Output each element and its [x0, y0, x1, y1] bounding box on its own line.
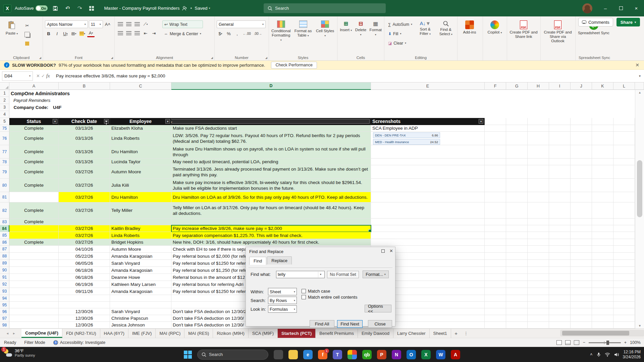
dialog-maximize-icon[interactable]: [381, 249, 385, 253]
check-date-cell[interactable]: 06/18/26: [59, 267, 110, 274]
find-what-input[interactable]: telly▾: [276, 271, 325, 278]
column-header-k[interactable]: K: [592, 82, 613, 90]
notes-cell[interactable]: Make sure FSA deductions start: [171, 125, 371, 132]
align-middle-icon[interactable]: [125, 20, 132, 28]
check-date-cell[interactable]: [59, 219, 110, 225]
status-cell[interactable]: [9, 274, 59, 281]
row-header[interactable]: 92: [0, 281, 9, 288]
row-header[interactable]: 4: [0, 111, 9, 118]
employee-cell[interactable]: Kathleen Mary Larsen: [110, 281, 171, 288]
scroll-down-icon[interactable]: ▼: [635, 324, 644, 327]
status-cell[interactable]: [9, 281, 59, 288]
copilot-button[interactable]: Copilot ▾: [485, 18, 504, 54]
tab-replace[interactable]: Replace: [267, 256, 292, 264]
tab-scroll-right-icon[interactable]: ▸: [13, 331, 15, 336]
employee-cell[interactable]: Bridget Hopkins: [110, 239, 171, 246]
font-color-icon[interactable]: A▾: [87, 30, 95, 37]
format-painter-icon[interactable]: [23, 40, 31, 47]
name-box[interactable]: D84▾: [2, 71, 33, 81]
taskbar-app-icon[interactable]: W: [436, 350, 445, 359]
status-cell[interactable]: [9, 232, 59, 239]
row-header[interactable]: 85: [0, 232, 9, 239]
taskbar-app-icon[interactable]: O: [407, 350, 416, 359]
close-button[interactable]: ×: [629, 0, 644, 16]
normal-view-icon[interactable]: [556, 340, 562, 345]
excel-app-icon[interactable]: X: [3, 4, 11, 12]
align-bottom-icon[interactable]: [133, 20, 141, 28]
employee-cell[interactable]: Linda Roberts: [110, 232, 171, 239]
status-cell[interactable]: [9, 322, 59, 328]
employee-filter-dropdown-icon[interactable]: ▾: [165, 119, 170, 124]
find-all-button[interactable]: Find All: [310, 320, 334, 328]
insert-cells-button[interactable]: ⊞ Insert ▾: [339, 18, 352, 54]
notes-cell[interactable]: Make sure pay increase is effective 3/8/…: [171, 179, 371, 192]
employee-cell[interactable]: [110, 295, 171, 302]
check-date-cell[interactable]: 06/18/26: [59, 274, 110, 281]
column-header-f[interactable]: F: [485, 82, 506, 90]
fill-button[interactable]: ⬇Fill▾: [386, 30, 414, 38]
match-entire-checkbox[interactable]: [302, 295, 306, 299]
sheet-tab[interactable]: Larry Chessler: [393, 329, 430, 338]
employee-cell[interactable]: Kaitlin Bradley: [110, 225, 171, 232]
zoom-out-icon[interactable]: −: [583, 340, 585, 345]
find-next-button[interactable]: Find Next: [337, 320, 363, 328]
delete-cells-button[interactable]: ⊟ Delete ▾: [354, 18, 367, 54]
status-cell[interactable]: Complete: [9, 132, 59, 145]
employee-cell[interactable]: Linda Roberts: [110, 132, 171, 145]
taskbar-app-icon[interactable]: [347, 350, 357, 359]
borders-icon[interactable]: ⊞▾: [70, 30, 77, 37]
check-date-cell[interactable]: 03/27/26: [59, 239, 110, 246]
check-date-cell[interactable]: 12/30/26: [59, 315, 110, 322]
check-date-cell[interactable]: 06/05/26: [59, 260, 110, 267]
dismiss-warning-icon[interactable]: ✕: [635, 62, 639, 68]
header-comments-notes[interactable]: Comments/ Notes ▾: [171, 118, 371, 125]
screenshot-thumbnail[interactable]: DEN - DEN PRE-TAX 6.86: [373, 132, 440, 138]
status-cell[interactable]: [9, 315, 59, 322]
sheet-tab[interactable]: Emily Dawood: [358, 329, 393, 338]
row-header[interactable]: 83: [0, 219, 9, 225]
row-header[interactable]: 77: [0, 145, 9, 159]
sheet-tab[interactable]: MAI (RPC): [156, 329, 184, 338]
row-header[interactable]: 98: [0, 322, 9, 328]
comments-filter-dropdown-icon[interactable]: ▾: [171, 119, 370, 124]
taskbar-app-icon[interactable]: X: [421, 350, 431, 359]
status-cell[interactable]: [9, 260, 59, 267]
autosave-toggle[interactable]: AutoSave On: [15, 5, 48, 11]
alignment-dialog-launcher[interactable]: ◢: [211, 56, 213, 59]
within-select[interactable]: Sheet▾: [268, 288, 297, 295]
clock[interactable]: 12:16 PM 3/24/2026: [623, 350, 641, 360]
status-cell[interactable]: [9, 225, 59, 232]
notes-cell[interactable]: Make sure Dru Hamilton shows up on payro…: [171, 145, 371, 159]
align-right-icon[interactable]: [133, 29, 141, 37]
undo-button[interactable]: ↶▾: [63, 4, 72, 13]
decrease-indent-icon[interactable]: ⇤: [142, 29, 149, 37]
employee-cell[interactable]: Sarah Vinyard: [110, 308, 171, 315]
check-date-cell[interactable]: 04/10/26: [59, 246, 110, 253]
screenshots-cell[interactable]: [371, 192, 485, 202]
check-date-cell[interactable]: 03/27/26: [59, 202, 110, 219]
company-code-value-cell[interactable]: U4F: [50, 104, 635, 111]
check-date-cell[interactable]: 03/27/26: [59, 165, 110, 179]
employee-cell[interactable]: Dru Hamilton: [110, 145, 171, 159]
bold-button[interactable]: B: [45, 30, 52, 37]
autosave-switch[interactable]: On: [36, 5, 48, 11]
column-header-d[interactable]: D: [171, 82, 371, 90]
taskbar-app-icon[interactable]: e: [303, 350, 313, 359]
status-cell[interactable]: Complete: [9, 159, 59, 165]
percent-style-icon[interactable]: %: [225, 30, 232, 37]
row-header[interactable]: 76: [0, 132, 9, 145]
status-cell[interactable]: Complete: [9, 219, 59, 225]
row-header[interactable]: 1: [0, 90, 9, 97]
check-date-cell[interactable]: 03/13/26: [59, 145, 110, 159]
taskbar-app-icon[interactable]: qb: [362, 350, 372, 359]
company-code-label-cell[interactable]: Company Code:: [9, 104, 50, 111]
row-header[interactable]: 75: [0, 125, 9, 132]
comma-style-icon[interactable]: ,: [233, 30, 241, 37]
status-cell[interactable]: Complete: [9, 125, 59, 132]
tab-scroll-left-icon[interactable]: ◂: [6, 331, 8, 336]
screenshots-filter-dropdown-icon[interactable]: ▾: [479, 119, 483, 124]
taskbar-app-icon[interactable]: [288, 350, 298, 359]
align-left-icon[interactable]: [117, 29, 124, 37]
match-case-checkbox[interactable]: [302, 289, 306, 293]
screenshot-thumbnail[interactable]: MED - Health Insurance 24.52: [373, 139, 440, 145]
